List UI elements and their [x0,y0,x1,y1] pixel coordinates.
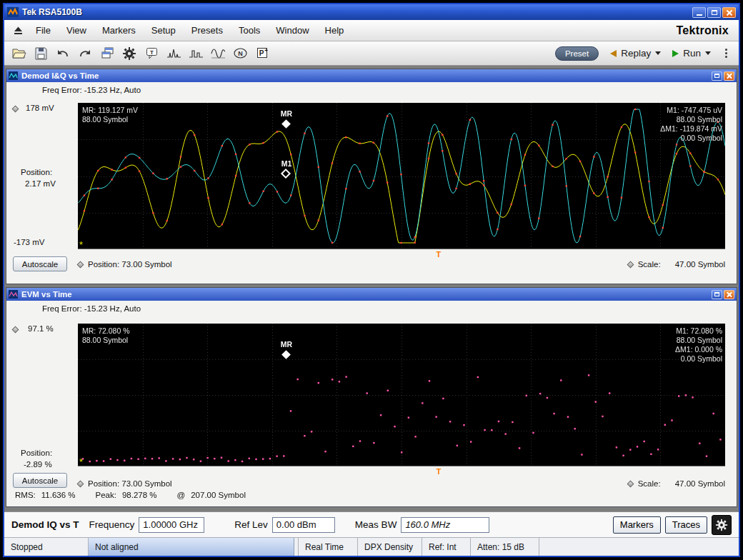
position-value: -2.89 % [24,460,52,469]
menu-item-view[interactable]: View [59,22,94,39]
svg-text:+: + [264,47,268,54]
window-title: Tek RSA5100B [22,7,82,17]
close-button[interactable] [722,7,736,18]
menu-item-window[interactable]: Window [268,22,316,39]
meas-bw-label: Meas BW [355,519,397,530]
evm-chart-canvas[interactable] [78,324,725,466]
undo-button[interactable] [53,44,73,64]
preset-button[interactable]: Preset [555,46,599,61]
marker-m1-label: M1 [281,159,292,168]
x-scale-value: 47.00 Symbol [675,479,725,488]
mr-readout: MR: 119.127 mV 88.00 Symbol [82,106,138,124]
evm-panel-header[interactable]: EVM vs Time [6,288,737,301]
save-button[interactable] [31,44,51,64]
app-window: Tek RSA5100B File View Markers Setup Pre… [3,3,740,557]
panel-restore-button[interactable] [712,71,722,81]
replay-control[interactable]: Replay [610,48,661,59]
adjust-knob-icon[interactable] [627,261,634,268]
readout-line: 0.00 Symbol [660,134,722,143]
adjust-knob-icon[interactable] [12,106,19,113]
panel-icon [9,71,18,80]
adjust-knob-icon[interactable] [77,261,84,268]
adjust-knob-icon[interactable] [12,326,19,334]
acquisition-status: Stopped [4,538,89,556]
freq-error-readout: Freq Error: -15.23 Hz, Auto [42,86,141,94]
trace-start-icon [79,456,83,467]
cascade-windows-button[interactable] [97,44,117,64]
y-axis-top-label: 178 mV [26,104,54,112]
cascade-windows-icon [100,46,114,60]
undo-arrow-icon [56,47,70,60]
pulse-trace-button[interactable] [186,44,206,64]
panel-close-button[interactable] [724,290,734,299]
eject-button[interactable] [9,24,28,36]
iq-panel-header[interactable]: Demod I&Q vs Time [6,69,737,82]
overflow-menu-button[interactable] [722,49,730,58]
adjust-knob-icon[interactable] [77,480,84,487]
readout-line: MR: 119.127 mV [82,106,138,115]
trigger-marker: T [437,250,442,259]
iq-chart-canvas[interactable] [78,103,725,249]
menu-item-presets[interactable]: Presets [184,22,231,39]
time-overview-button[interactable] [208,44,228,64]
rms-label: RMS: [15,491,36,499]
adjust-knob-icon[interactable] [627,480,634,487]
readout-line: 88.00 Symbol [82,115,138,124]
display-mode-status: DPX Density [358,538,422,556]
restore-button[interactable] [707,7,721,18]
autoscale-button[interactable]: Autoscale [13,256,67,271]
evm-vs-time-panel: EVM vs Time Freq Error: -15.23 Hz, Auto … [6,287,737,507]
run-control[interactable]: Run [672,48,711,59]
ref-level-input[interactable] [272,517,335,533]
settings-gear-button[interactable] [712,515,732,535]
panel-restore-button[interactable] [712,290,722,299]
peak-label: Peak: [96,491,116,499]
markers-button[interactable]: Markers [613,516,661,534]
gear-icon [122,46,136,61]
toolbar: T N P [4,41,739,66]
open-file-button[interactable] [9,44,29,64]
redo-button[interactable] [75,44,95,64]
frequency-input[interactable] [139,517,204,533]
readout-line: 0.00 Symbol [675,354,722,364]
pulse-waveform-icon [189,47,204,59]
svg-text:T: T [150,49,154,56]
folder-open-icon [11,46,26,60]
spectrum-trace-button[interactable] [164,44,184,64]
menu-item-file[interactable]: File [28,22,59,39]
at-label: @ [177,491,186,499]
marker-mr-label: MR [281,340,292,349]
gear-icon [715,519,728,531]
n-circle-icon: N [233,47,248,59]
minimize-button[interactable] [692,7,706,18]
menu-item-markers[interactable]: Markers [94,22,144,39]
text-marker-button[interactable]: T [141,44,161,64]
readout-line: 88.00 Symbol [660,115,722,124]
tektronix-logo: Tektronix [676,24,734,37]
panel-title: EVM vs Time [21,290,72,299]
acq-mode-status: Real Time [298,538,358,556]
panel-close-button[interactable] [724,71,734,81]
meas-bw-input[interactable] [401,517,489,533]
readout-line: 88.00 Symbol [675,336,722,345]
x-position-readout: Position: 73.00 Symbol [88,479,172,488]
time-waveform-icon [211,47,226,59]
restore-icon [712,10,717,15]
settings-gear-button[interactable] [119,44,139,64]
alignment-status: Not aligned [89,538,294,556]
autoscale-button[interactable]: Autoscale [13,473,67,488]
menu-item-help[interactable]: Help [317,22,352,39]
peak-marker-button[interactable]: P + [252,44,272,64]
freq-error-readout: Freq Error: -15.23 Hz, Auto [42,304,141,313]
noise-measure-button[interactable]: N [230,44,250,64]
reference-status: Ref: Int [422,538,471,556]
y-axis-top-label: 97.1 % [28,324,54,333]
marker-mr-label: MR [281,109,292,118]
menu-item-tools[interactable]: Tools [231,22,268,39]
menu-item-setup[interactable]: Setup [144,22,184,39]
traces-button[interactable]: Traces [665,516,707,534]
trace-start-icon [79,239,83,250]
x-scale-value: 47.00 Symbol [675,260,725,269]
save-icon [34,46,48,60]
peak-value: 98.278 % [122,491,157,499]
